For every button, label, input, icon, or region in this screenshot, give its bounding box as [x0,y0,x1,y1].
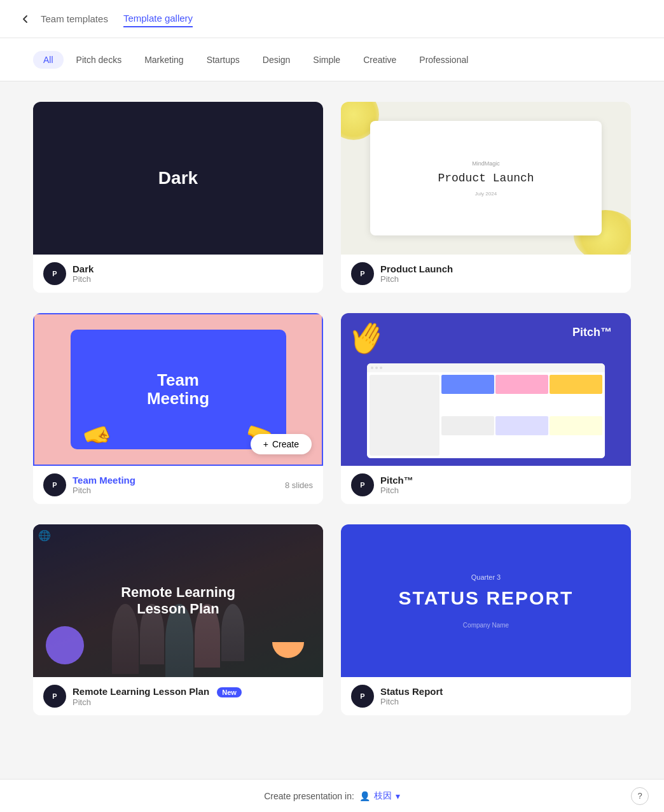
ptm-dot-1 [371,367,373,369]
new-badge: New [217,687,242,697]
rl-title: Remote LearningLesson Plan [121,584,235,618]
sr-quarter: Quarter 3 [399,573,574,581]
template-card-dark[interactable]: Dark P Dark Pitch [33,102,323,293]
sr-title: STATUS REPORT [399,587,574,609]
card-meta-pl: Product Launch Pitch [380,263,453,284]
card-info-left-rl: P Remote Learning Lesson Plan New Pitch [43,685,242,708]
template-thumb-team-meeting: TeamMeeting 🤜 🤛 + Create [33,313,323,466]
pl-brand: MindMagic [472,160,500,167]
rl-circle-purple [46,626,84,664]
fist-left-icon: 🤜 [80,419,116,449]
filter-all[interactable]: All [33,51,64,69]
ptm-card-4 [441,416,494,435]
plus-icon: + [263,439,268,449]
help-button[interactable]: ? [631,787,649,805]
card-name-ptm: Pitch™ [380,475,413,486]
ptm-cards [441,375,602,456]
ptm-screen-body [367,372,605,458]
card-info-pitch-tm: P Pitch™ Pitch [341,466,631,504]
template-thumb-dark: Dark [33,102,323,255]
card-info-product-launch: P Product Launch Pitch [341,255,631,293]
card-name-pl: Product Launch [380,263,453,274]
card-info-dark: P Dark Pitch [33,255,323,293]
card-info-left-tm: P Team Meeting Pitch [43,473,135,496]
ptm-hand-icon: 🤚 [341,313,393,364]
card-name-dark: Dark [73,263,93,274]
ptm-dot-3 [380,367,382,369]
template-card-team-meeting[interactable]: TeamMeeting 🤜 🤛 + Create P Team Meeting … [33,313,323,504]
tm-inner: TeamMeeting 🤜 🤛 [71,330,286,450]
card-sub-dark: Pitch [73,274,93,284]
card-info-left-pl: P Product Launch Pitch [351,262,453,285]
template-card-pitch-tm[interactable]: 🤚 Pitch™ [341,313,631,504]
dark-thumb-title: Dark [158,168,198,188]
card-meta-rl: Remote Learning Lesson Plan New Pitch [73,686,242,707]
filter-pitch-decks[interactable]: Pitch decks [66,51,132,69]
card-slides-tm: 8 slides [285,480,313,490]
footer-create-label: Create presentation in: [264,791,354,801]
back-button[interactable] [15,9,36,29]
ptm-card-3 [550,375,602,394]
ptm-logo: Pitch™ [572,326,612,339]
card-sub-tm: Pitch [73,486,135,495]
template-thumb-rl: Remote LearningLesson Plan 🌐 [33,524,323,677]
filter-creative[interactable]: Creative [353,51,406,69]
card-info-left-ptm: P Pitch™ Pitch [351,473,413,496]
template-card-status-report[interactable]: Quarter 3 STATUS REPORT Company Name P S… [341,524,631,715]
card-info-rl: P Remote Learning Lesson Plan New Pitch [33,677,323,715]
pl-date: July 2024 [475,191,497,197]
globe-icon: 🌐 [38,529,51,542]
template-card-remote-learning[interactable]: Remote LearningLesson Plan 🌐 P Remote Le… [33,524,323,715]
ptm-card-1 [441,375,494,394]
pitch-logo-pl: P [351,262,374,285]
template-grid: Dark P Dark Pitch MindMagic Product Laun… [0,81,664,736]
footer: Create presentation in: 👤 枝因 ▾ ? [0,779,664,812]
card-sub-pl: Pitch [380,274,453,284]
footer-language-selector[interactable]: 👤 枝因 ▾ [359,790,400,802]
nav-tabs: Team templates Template gallery [41,10,193,27]
card-meta-ptm: Pitch™ Pitch [380,475,413,495]
template-card-product-launch[interactable]: MindMagic Product Launch July 2024 P Pro… [341,102,631,293]
filter-design[interactable]: Design [252,51,301,69]
create-button[interactable]: + Create [251,434,312,454]
card-name-sr: Status Report [380,686,443,697]
pitch-logo-ptm: P [351,473,374,496]
template-gallery-tab[interactable]: Template gallery [123,10,193,27]
card-name-tm: Team Meeting [73,475,135,486]
footer-language: 枝因 [374,790,392,802]
filter-professional[interactable]: Professional [409,51,478,69]
card-info-left-dark: P Dark Pitch [43,262,93,285]
card-info-left-sr: P Status Report Pitch [351,685,443,708]
sr-company: Company Name [399,622,574,629]
tm-title: TeamMeeting [147,371,209,407]
card-info-team-meeting: P Team Meeting Pitch 8 slides [33,466,323,504]
ptm-dot-2 [375,367,378,369]
filter-startups[interactable]: Startups [197,51,250,69]
pl-main-title: Product Launch [438,172,534,185]
chevron-down-icon: ▾ [396,791,400,801]
filter-simple[interactable]: Simple [303,51,350,69]
ptm-card-6 [550,416,602,435]
pitch-logo-rl: P [43,685,66,708]
product-launch-inner: MindMagic Product Launch July 2024 [370,121,602,235]
card-info-sr: P Status Report Pitch [341,677,631,715]
template-thumb-pitch-tm: 🤚 Pitch™ [341,313,631,466]
ptm-sidebar [370,375,439,456]
pitch-logo-tm: P [43,473,66,496]
card-meta-tm: Team Meeting Pitch [73,475,135,495]
ptm-card-2 [495,375,548,394]
create-label: Create [272,439,299,449]
card-meta-sr: Status Report Pitch [380,686,443,706]
filter-marketing[interactable]: Marketing [134,51,193,69]
pitch-logo-dark: P [43,262,66,285]
team-templates-tab[interactable]: Team templates [41,11,108,27]
card-name-rl: Remote Learning Lesson Plan New [73,686,242,697]
ptm-card-5 [495,416,548,435]
ptm-screen-header [367,363,605,372]
sr-inner: Quarter 3 STATUS REPORT Company Name [386,561,586,641]
filter-bar: All Pitch decks Marketing Startups Desig… [0,38,664,81]
user-avatar-icon: 👤 [359,791,370,801]
template-thumb-product-launch: MindMagic Product Launch July 2024 [341,102,631,255]
ptm-screen [367,363,605,458]
card-sub-ptm: Pitch [380,486,413,495]
